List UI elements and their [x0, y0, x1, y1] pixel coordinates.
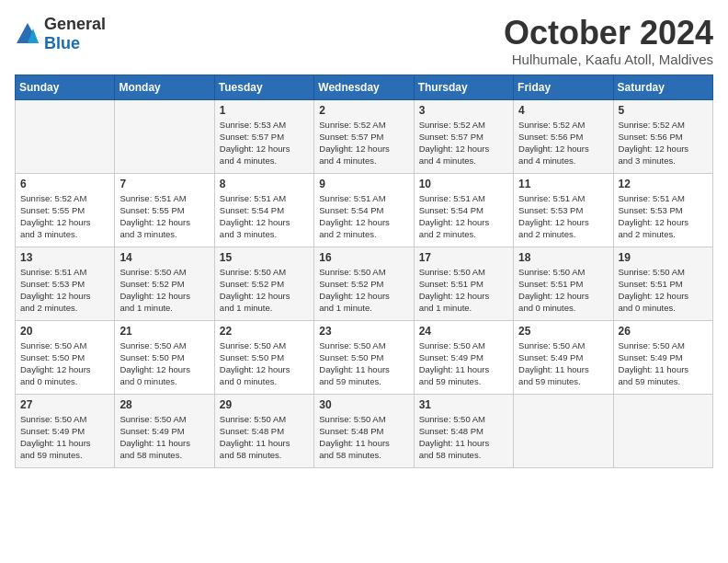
calendar-cell: 16Sunrise: 5:50 AM Sunset: 5:52 PM Dayli…: [314, 247, 414, 320]
day-number: 20: [20, 325, 109, 338]
calendar-cell: [16, 99, 115, 173]
calendar-cell: 18Sunrise: 5:50 AM Sunset: 5:51 PM Dayli…: [514, 247, 613, 320]
calendar-cell: 17Sunrise: 5:50 AM Sunset: 5:51 PM Dayli…: [414, 247, 513, 320]
calendar-cell: 2Sunrise: 5:52 AM Sunset: 5:57 PM Daylig…: [314, 99, 414, 173]
day-number: 25: [518, 325, 608, 338]
weekday-header-row: SundayMondayTuesdayWednesdayThursdayFrid…: [16, 75, 713, 99]
calendar-cell: 4Sunrise: 5:52 AM Sunset: 5:56 PM Daylig…: [514, 99, 613, 173]
month-title: October 2024: [504, 15, 713, 52]
logo-general: General: [44, 15, 106, 33]
calendar-cell: 11Sunrise: 5:51 AM Sunset: 5:53 PM Dayli…: [514, 173, 613, 247]
day-info: Sunrise: 5:53 AM Sunset: 5:57 PM Dayligh…: [220, 119, 309, 167]
day-number: 15: [220, 251, 309, 264]
calendar-cell: [115, 99, 214, 173]
calendar-cell: 8Sunrise: 5:51 AM Sunset: 5:54 PM Daylig…: [214, 173, 313, 247]
day-info: Sunrise: 5:51 AM Sunset: 5:55 PM Dayligh…: [119, 192, 209, 241]
calendar-body: 1Sunrise: 5:53 AM Sunset: 5:57 PM Daylig…: [16, 99, 713, 467]
calendar-cell: 7Sunrise: 5:51 AM Sunset: 5:55 PM Daylig…: [115, 173, 214, 247]
calendar-cell: 9Sunrise: 5:51 AM Sunset: 5:54 PM Daylig…: [314, 173, 414, 247]
calendar-cell: 6Sunrise: 5:52 AM Sunset: 5:55 PM Daylig…: [16, 173, 115, 247]
calendar-cell: [514, 394, 613, 467]
day-number: 22: [220, 325, 309, 338]
day-info: Sunrise: 5:51 AM Sunset: 5:53 PM Dayligh…: [20, 266, 109, 315]
day-info: Sunrise: 5:50 AM Sunset: 5:52 PM Dayligh…: [119, 266, 209, 315]
day-info: Sunrise: 5:50 AM Sunset: 5:49 PM Dayligh…: [20, 413, 109, 462]
day-number: 4: [518, 104, 608, 117]
day-info: Sunrise: 5:50 AM Sunset: 5:52 PM Dayligh…: [319, 266, 408, 315]
calendar-cell: 27Sunrise: 5:50 AM Sunset: 5:49 PM Dayli…: [16, 394, 115, 467]
day-number: 6: [20, 178, 109, 190]
calendar-cell: 28Sunrise: 5:50 AM Sunset: 5:49 PM Dayli…: [115, 394, 214, 467]
calendar-week-1: 1Sunrise: 5:53 AM Sunset: 5:57 PM Daylig…: [16, 99, 713, 173]
calendar-cell: 3Sunrise: 5:52 AM Sunset: 5:57 PM Daylig…: [414, 99, 513, 173]
calendar-cell: 15Sunrise: 5:50 AM Sunset: 5:52 PM Dayli…: [214, 247, 313, 320]
calendar-cell: 1Sunrise: 5:53 AM Sunset: 5:57 PM Daylig…: [214, 99, 313, 173]
day-info: Sunrise: 5:50 AM Sunset: 5:51 PM Dayligh…: [518, 266, 608, 315]
weekday-header-sunday: Sunday: [16, 75, 115, 99]
calendar-cell: 31Sunrise: 5:50 AM Sunset: 5:48 PM Dayli…: [414, 394, 513, 467]
calendar-cell: 20Sunrise: 5:50 AM Sunset: 5:50 PM Dayli…: [16, 320, 115, 394]
logo-icon: [15, 21, 40, 47]
weekday-header-saturday: Saturday: [613, 75, 712, 99]
day-number: 17: [419, 251, 508, 264]
weekday-header-wednesday: Wednesday: [314, 75, 414, 99]
calendar-table: SundayMondayTuesdayWednesdayThursdayFrid…: [15, 75, 713, 468]
day-number: 18: [518, 251, 608, 264]
calendar-cell: 29Sunrise: 5:50 AM Sunset: 5:48 PM Dayli…: [214, 394, 313, 467]
day-number: 14: [119, 251, 209, 264]
day-info: Sunrise: 5:52 AM Sunset: 5:57 PM Dayligh…: [319, 119, 408, 167]
calendar-header: SundayMondayTuesdayWednesdayThursdayFrid…: [16, 75, 713, 99]
day-info: Sunrise: 5:52 AM Sunset: 5:57 PM Dayligh…: [419, 119, 508, 167]
day-info: Sunrise: 5:52 AM Sunset: 5:55 PM Dayligh…: [20, 192, 109, 241]
day-info: Sunrise: 5:50 AM Sunset: 5:52 PM Dayligh…: [220, 266, 309, 315]
day-info: Sunrise: 5:51 AM Sunset: 5:54 PM Dayligh…: [419, 192, 508, 241]
weekday-header-friday: Friday: [514, 75, 613, 99]
day-number: 12: [619, 178, 708, 190]
calendar-cell: 13Sunrise: 5:51 AM Sunset: 5:53 PM Dayli…: [16, 247, 115, 320]
day-number: 23: [319, 325, 408, 338]
title-block: October 2024 Hulhumale, Kaafu Atoll, Mal…: [504, 15, 713, 67]
day-number: 28: [119, 398, 209, 411]
day-info: Sunrise: 5:50 AM Sunset: 5:48 PM Dayligh…: [319, 413, 408, 462]
day-number: 11: [518, 178, 608, 190]
day-info: Sunrise: 5:50 AM Sunset: 5:49 PM Dayligh…: [419, 339, 508, 388]
calendar-cell: 24Sunrise: 5:50 AM Sunset: 5:49 PM Dayli…: [414, 320, 513, 394]
day-number: 5: [619, 104, 708, 117]
day-info: Sunrise: 5:50 AM Sunset: 5:51 PM Dayligh…: [419, 266, 508, 315]
calendar-cell: 25Sunrise: 5:50 AM Sunset: 5:49 PM Dayli…: [514, 320, 613, 394]
day-info: Sunrise: 5:51 AM Sunset: 5:54 PM Dayligh…: [220, 192, 309, 241]
calendar-cell: 19Sunrise: 5:50 AM Sunset: 5:51 PM Dayli…: [613, 247, 712, 320]
day-info: Sunrise: 5:50 AM Sunset: 5:48 PM Dayligh…: [220, 413, 309, 462]
day-info: Sunrise: 5:50 AM Sunset: 5:50 PM Dayligh…: [20, 339, 109, 388]
calendar-cell: 5Sunrise: 5:52 AM Sunset: 5:56 PM Daylig…: [613, 99, 712, 173]
calendar-cell: [613, 394, 712, 467]
day-number: 27: [20, 398, 109, 411]
day-number: 24: [419, 325, 508, 338]
day-number: 16: [319, 251, 408, 264]
logo: General Blue: [15, 15, 106, 53]
day-number: 31: [419, 398, 508, 411]
day-number: 19: [619, 251, 708, 264]
calendar-cell: 22Sunrise: 5:50 AM Sunset: 5:50 PM Dayli…: [214, 320, 313, 394]
day-number: 13: [20, 251, 109, 264]
calendar-cell: 12Sunrise: 5:51 AM Sunset: 5:53 PM Dayli…: [613, 173, 712, 247]
location-title: Hulhumale, Kaafu Atoll, Maldives: [504, 52, 713, 67]
day-info: Sunrise: 5:51 AM Sunset: 5:54 PM Dayligh…: [319, 192, 408, 241]
day-number: 29: [220, 398, 309, 411]
calendar-cell: 21Sunrise: 5:50 AM Sunset: 5:50 PM Dayli…: [115, 320, 214, 394]
weekday-header-monday: Monday: [115, 75, 214, 99]
calendar-cell: 26Sunrise: 5:50 AM Sunset: 5:49 PM Dayli…: [613, 320, 712, 394]
day-number: 7: [119, 178, 209, 190]
day-info: Sunrise: 5:50 AM Sunset: 5:49 PM Dayligh…: [119, 413, 209, 462]
day-info: Sunrise: 5:52 AM Sunset: 5:56 PM Dayligh…: [518, 119, 608, 167]
day-number: 8: [220, 178, 309, 190]
day-info: Sunrise: 5:50 AM Sunset: 5:51 PM Dayligh…: [619, 266, 708, 315]
calendar-week-4: 20Sunrise: 5:50 AM Sunset: 5:50 PM Dayli…: [16, 320, 713, 394]
day-number: 2: [319, 104, 408, 117]
calendar-cell: 10Sunrise: 5:51 AM Sunset: 5:54 PM Dayli…: [414, 173, 513, 247]
calendar-cell: 14Sunrise: 5:50 AM Sunset: 5:52 PM Dayli…: [115, 247, 214, 320]
day-number: 3: [419, 104, 508, 117]
calendar-cell: 23Sunrise: 5:50 AM Sunset: 5:50 PM Dayli…: [314, 320, 414, 394]
calendar-week-3: 13Sunrise: 5:51 AM Sunset: 5:53 PM Dayli…: [16, 247, 713, 320]
day-info: Sunrise: 5:50 AM Sunset: 5:49 PM Dayligh…: [619, 339, 708, 388]
